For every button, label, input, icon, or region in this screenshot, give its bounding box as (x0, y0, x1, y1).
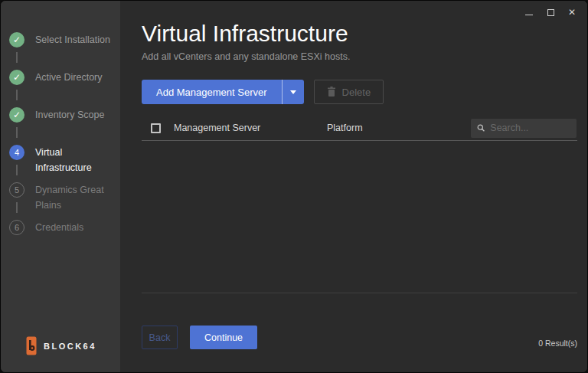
sidebar-step-virtual-infrastructure[interactable]: 4 Virtual Infrastructure (1, 145, 120, 182)
close-icon: ✕ (568, 8, 576, 17)
step-label: Inventory Scope (35, 107, 104, 123)
delete-button[interactable]: Delete (314, 80, 384, 104)
sidebar-step-inventory-scope[interactable]: ✓ Inventory Scope (1, 107, 120, 145)
chevron-down-icon (290, 90, 296, 94)
check-icon: ✓ (13, 35, 21, 44)
main-content: ✕ Virtual Infrastructure Add all vCenter… (120, 1, 587, 372)
step-label: Active Directory (35, 70, 103, 85)
check-icon: ✓ (13, 110, 21, 119)
delete-button-label: Delete (342, 87, 371, 98)
step-number-circle: 4 (9, 145, 24, 160)
step-completed-circle: ✓ (9, 32, 24, 47)
sidebar-step-dynamics-great-plains[interactable]: 5 Dynamics Great Plains (1, 182, 120, 220)
continue-button[interactable]: Continue (190, 326, 257, 349)
sidebar-step-active-directory[interactable]: ✓ Active Directory (1, 70, 120, 107)
search-input[interactable] (490, 123, 570, 133)
select-all-checkbox[interactable] (151, 123, 161, 133)
sidebar-step-select-installation[interactable]: ✓ Select Installation (1, 32, 120, 70)
window-controls: ✕ (521, 5, 580, 19)
step-number-circle: 5 (9, 182, 24, 198)
footer-separator (142, 293, 577, 293)
maximize-icon (547, 9, 554, 16)
add-management-server-split-button: Add Management Server (142, 80, 304, 104)
step-connector (16, 165, 18, 175)
column-header-platform: Platform (327, 123, 471, 133)
table-header: Management Server Platform (142, 116, 577, 141)
check-icon: ✓ (13, 73, 21, 82)
minimize-button[interactable] (521, 5, 537, 19)
step-label: Select Installation (35, 32, 110, 47)
block64-logo-text: BLOCK64 (44, 342, 96, 351)
sidebar-step-credentials[interactable]: 6 Credentials (1, 220, 120, 257)
step-completed-circle: ✓ (9, 107, 24, 123)
footer: Back Continue 0 Result(s) (142, 326, 577, 349)
add-management-server-dropdown-button[interactable] (282, 80, 304, 104)
step-connector (16, 202, 18, 213)
close-button[interactable]: ✕ (564, 5, 580, 19)
step-label: Credentials (35, 220, 83, 235)
table-body-empty (142, 141, 577, 293)
step-completed-circle: ✓ (9, 70, 24, 85)
step-connector (16, 90, 18, 100)
column-header-management-server: Management Server (174, 123, 327, 133)
minimize-icon (525, 15, 533, 15)
wizard-sidebar: ✓ Select Installation ✓ Active Directory… (1, 1, 120, 372)
step-connector (16, 127, 18, 138)
step-label: Dynamics Great Plains (35, 182, 120, 213)
back-button[interactable]: Back (142, 326, 178, 349)
toolbar: Add Management Server Delete (142, 80, 577, 104)
block64-logo: BLOCK64 (26, 336, 96, 355)
step-connector (16, 52, 18, 63)
app-window: ✓ Select Installation ✓ Active Directory… (0, 0, 588, 373)
add-management-server-button[interactable]: Add Management Server (142, 80, 282, 104)
trash-icon (327, 87, 336, 97)
maximize-button[interactable] (543, 5, 558, 19)
results-count: 0 Result(s) (538, 339, 577, 348)
search-box (471, 119, 577, 138)
page-title: Virtual Infrastructure (142, 21, 577, 47)
step-number-circle: 6 (9, 220, 24, 235)
step-label: Virtual Infrastructure (35, 145, 120, 175)
page-subtitle: Add all vCenters and any standalone ESXi… (142, 51, 577, 62)
block64-logo-icon (26, 336, 37, 355)
search-icon (477, 123, 485, 133)
